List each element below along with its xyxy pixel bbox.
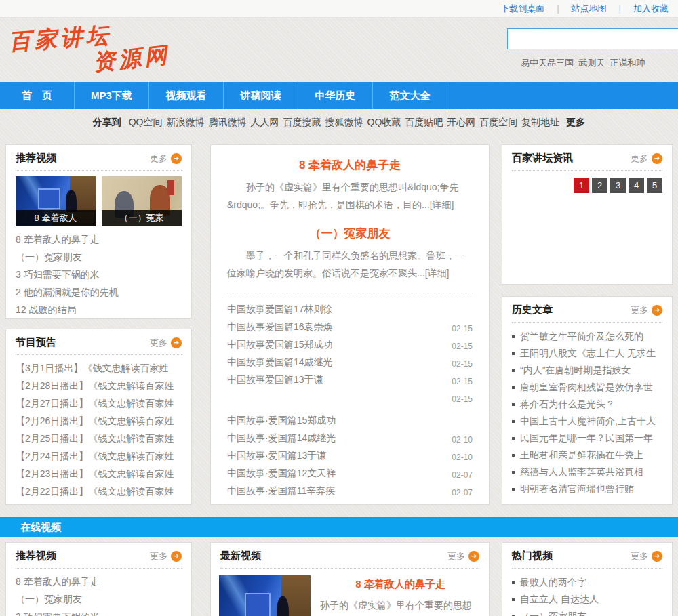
more-link[interactable]: 更多 ➜ bbox=[631, 550, 662, 562]
main-nav: 首 页MP3下载视频观看讲稿阅读中华历史范文大全 bbox=[0, 82, 678, 109]
panel-title: 推荐视频 bbox=[16, 550, 56, 562]
schedule-item-link[interactable]: 【2月27日播出】《钱文忠解读百家姓 bbox=[16, 394, 182, 412]
article-link[interactable]: 中国故事·爱国篇11辛弃疾 bbox=[227, 482, 473, 499]
history-article-link[interactable]: 中国上古十大魔神简介,上古十大 bbox=[512, 413, 662, 430]
article-link[interactable]: 中国故事·爱国篇12文天祥 bbox=[227, 464, 473, 482]
history-article-link[interactable]: 民国元年是哪一年？民国第一年 bbox=[512, 430, 662, 447]
more-link[interactable]: 更多 ➜ bbox=[447, 550, 479, 562]
article-title: 慈禧与大太监李莲英共浴真相 bbox=[520, 464, 643, 480]
online-video-section-bar: 在线视频 bbox=[0, 517, 678, 537]
featured-article-excerpt: 墨子，一个和孔子同样久负盛名的思想家。鲁班，一位家喻户晓的发明家。俗话说不是冤家… bbox=[227, 247, 473, 282]
bullet-icon bbox=[512, 581, 515, 584]
share-site-link[interactable]: 复制地址 bbox=[521, 117, 559, 127]
share-site-link[interactable]: 腾讯微博 bbox=[209, 117, 247, 127]
more-link[interactable]: 更多 ➜ bbox=[631, 304, 662, 316]
featured-article-excerpt: 孙子的《虚实篇》里有个重要的思想叫&ldquo;争先 &rdquo;。争先，即抢… bbox=[227, 178, 473, 213]
topbar-link[interactable]: 加入收藏 bbox=[607, 3, 669, 15]
history-article-link[interactable]: 明朝著名清官海瑞也曾行贿 bbox=[512, 480, 662, 497]
more-link[interactable]: 更多 ➜ bbox=[150, 152, 182, 165]
featured-articles-panel: 8 牵着敌人的鼻子走 孙子的《虚实篇》里有个重要的思想叫&ldquo;争先 &r… bbox=[210, 144, 490, 505]
nav-item[interactable]: 视频观看 bbox=[149, 82, 224, 109]
share-site-link[interactable]: 搜狐微博 bbox=[325, 117, 363, 127]
featured-article-title[interactable]: （一）冤家朋友 bbox=[227, 226, 473, 241]
bottom-right-column: 热门视频 更多 ➜ 最败人的两个字 自立立人 自达达人 （一）冤家朋友 bbox=[502, 542, 673, 616]
page-button-1[interactable]: 1 bbox=[574, 178, 589, 193]
history-article-link[interactable]: 蒋介石为什么是光头？ bbox=[512, 396, 662, 413]
detail-link[interactable]: [详细] bbox=[430, 199, 454, 210]
video-title-link[interactable]: 8 牵着敌人的鼻子走 bbox=[16, 573, 182, 590]
page-button-3[interactable]: 3 bbox=[610, 178, 626, 193]
share-site-link[interactable]: QQ收藏 bbox=[367, 117, 401, 127]
video-title-link[interactable]: （一）冤家朋友 bbox=[16, 590, 182, 608]
history-article-link[interactable]: 王阳明八股文《志士仁人 无求生 bbox=[512, 345, 662, 362]
page-button-2[interactable]: 2 bbox=[592, 178, 607, 193]
page-button-4[interactable]: 4 bbox=[629, 178, 644, 193]
schedule-item-link[interactable]: 【2月28日播出】《钱文忠解读百家姓 bbox=[16, 377, 182, 394]
history-article-link[interactable]: 慈禧与大太监李莲英共浴真相 bbox=[512, 464, 662, 480]
article-link[interactable]: 中国故事爱国篇15郑成功 bbox=[227, 335, 473, 353]
nav-item[interactable]: 讲稿阅读 bbox=[224, 82, 298, 109]
video-title-link[interactable]: 8 牵着敌人的鼻子走 bbox=[16, 230, 182, 248]
article-title: 唐朝皇室骨肉相残皆是效仿李世 bbox=[520, 379, 653, 396]
nav-item[interactable]: MP3下载 bbox=[75, 82, 149, 109]
hot-search-keywords[interactable]: 易中天品三国 武则天 正说和珅 bbox=[521, 57, 645, 69]
topbar-link[interactable]: 站点地图 bbox=[544, 3, 606, 15]
share-site-link[interactable]: 百度贴吧 bbox=[405, 117, 443, 127]
latest-video-title[interactable]: 8 牵着敌人的鼻子走 bbox=[320, 578, 481, 591]
history-article-link[interactable]: 贺兰敏之生平简介及怎么死的 bbox=[512, 328, 662, 345]
nav-item[interactable]: 首 页 bbox=[0, 82, 75, 109]
share-site-link[interactable]: 百度空间 bbox=[479, 117, 517, 127]
schedule-item-link[interactable]: 【2月24日播出】《钱文忠解读百家姓 bbox=[16, 447, 182, 465]
hot-video-link[interactable]: 最败人的两个字 bbox=[512, 574, 662, 591]
featured-article-title[interactable]: 8 牵着敌人的鼻子走 bbox=[227, 157, 473, 173]
site-logo[interactable]: 百家讲坛 资源网 bbox=[7, 16, 171, 83]
excerpt-text: 孙子的《虚实篇》里有个重要的思想叫&ldquo;争先 &rdquo;。争先，即抢… bbox=[227, 182, 458, 210]
video-title-link[interactable]: （一）冤家朋友 bbox=[16, 248, 182, 266]
hot-video-link[interactable]: （一）冤家朋友 bbox=[512, 608, 662, 616]
article-link[interactable]: 中国故事爱国篇17林则徐 bbox=[227, 300, 473, 318]
more-link[interactable]: 更多 ➜ bbox=[150, 550, 182, 562]
schedule-item-link[interactable]: 【2月23日播出】《钱文忠解读百家姓 bbox=[16, 465, 182, 482]
detail-link[interactable]: [详细] bbox=[425, 268, 450, 279]
article-link[interactable]: 中国故事爱国篇14戚继光 bbox=[227, 353, 473, 371]
hot-video-link[interactable]: 自立立人 自达达人 bbox=[512, 591, 662, 608]
share-site-link[interactable]: 人人网 bbox=[251, 117, 279, 127]
video-title-link[interactable]: 2 他的漏洞就是你的先机 bbox=[16, 283, 182, 301]
share-site-link[interactable]: 新浪微博 bbox=[167, 117, 205, 127]
article-link[interactable]: 中国故事爱国篇13于谦 bbox=[227, 371, 473, 388]
history-article-link[interactable]: “内人”在唐朝时期是指妓女 bbox=[512, 362, 662, 379]
red-banner-shape bbox=[167, 180, 175, 195]
article-link[interactable]: 中国故事·爱国篇13于谦 bbox=[227, 447, 473, 464]
news-panel: 百家讲坛资讯 更多 ➜ 1 2 3 4 5 bbox=[502, 144, 673, 285]
more-label: 更多 bbox=[150, 337, 167, 349]
article-link[interactable]: 中国故事爱国篇16袁崇焕 bbox=[227, 318, 473, 335]
nav-list: 首 页MP3下载视频观看讲稿阅读中华历史范文大全 bbox=[0, 82, 678, 109]
video-thumbnail-painting[interactable]: （一）冤家 bbox=[102, 176, 182, 226]
schedule-item-link[interactable]: 【2月25日播出】《钱文忠解读百家姓 bbox=[16, 430, 182, 447]
share-site-link[interactable]: 开心网 bbox=[447, 117, 475, 127]
hot-video-list: 最败人的两个字 自立立人 自达达人 （一）冤家朋友 bbox=[502, 571, 672, 616]
more-link[interactable]: 更多 ➜ bbox=[631, 152, 662, 165]
schedule-item-link[interactable]: 【2月22日播出】《钱文忠解读百家姓 bbox=[16, 482, 182, 500]
nav-item[interactable]: 范文大全 bbox=[373, 82, 447, 109]
schedule-item-link[interactable]: 【3月1日播出】《钱文忠解读百家姓 bbox=[16, 359, 182, 377]
history-article-link[interactable]: 王昭君和亲是鲜花插在牛粪上 bbox=[512, 447, 662, 464]
history-article-link[interactable]: 唐朝皇室骨肉相残皆是效仿李世 bbox=[512, 379, 662, 396]
topbar-link[interactable]: 下载到桌面 bbox=[500, 3, 544, 15]
video-title-link[interactable]: 3 巧妇需要下锅的米 bbox=[16, 608, 182, 616]
article-link[interactable]: 中国故事·爱国篇15郑成功 bbox=[227, 411, 473, 429]
page-button-5[interactable]: 5 bbox=[647, 178, 662, 193]
share-site-link[interactable]: 百度搜藏 bbox=[283, 117, 321, 127]
video-thumbnail-studio[interactable]: 8 牵着敌人 bbox=[16, 176, 96, 226]
share-site-link[interactable]: QQ空间 bbox=[129, 117, 163, 127]
nav-item[interactable]: 中华历史 bbox=[298, 82, 373, 109]
more-link[interactable]: 更多 ➜ bbox=[150, 337, 182, 349]
video-title-link[interactable]: 12 战败的结局 bbox=[16, 301, 182, 319]
bullet-icon bbox=[512, 488, 515, 491]
search-input[interactable] bbox=[507, 28, 678, 49]
video-title-link[interactable]: 3 巧妇需要下锅的米 bbox=[16, 266, 182, 283]
latest-video-thumbnail[interactable] bbox=[219, 575, 311, 616]
schedule-item-link[interactable]: 【2月26日播出】《钱文忠解读百家姓 bbox=[16, 412, 182, 430]
share-more-link[interactable]: 更多 bbox=[566, 117, 585, 127]
article-link[interactable]: 中国故事·爱国篇14戚继光 bbox=[227, 429, 473, 447]
